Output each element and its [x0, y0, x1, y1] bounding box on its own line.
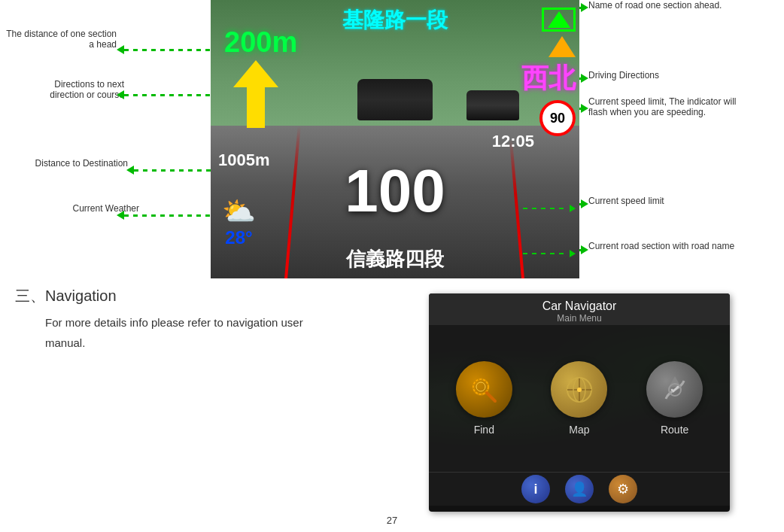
car-ahead-right: [466, 90, 519, 120]
arrow-line-right-3: [579, 104, 588, 113]
arrow-shape: [233, 60, 278, 128]
arrow-head-r4: [581, 199, 588, 208]
nav-menu-route[interactable]: Route: [646, 361, 703, 436]
annotation-right-1: Name of road one section ahead.: [588, 0, 722, 11]
triangle-solid-yellow: [548, 36, 576, 57]
arrow-line-right-4: [579, 199, 588, 208]
annotations-left: The distance of one section a head Direc…: [0, 0, 211, 278]
arrow-head-3: [126, 166, 134, 175]
info-button[interactable]: i: [521, 475, 550, 503]
dotted-right-road: [523, 253, 568, 254]
map-icon-svg: [564, 375, 594, 405]
road-name-bottom: 信義路四段: [346, 246, 444, 272]
car-ahead-center: [357, 79, 433, 120]
weather-temp: 28°: [225, 227, 252, 248]
car-nav-header: Car Navigator Main Menu: [429, 293, 730, 325]
annotations-right: Name of road one section ahead. Driving …: [579, 0, 784, 278]
bottom-road-dots: [523, 250, 576, 257]
dotted-4: [124, 214, 211, 217]
arrow-head-r5: [581, 245, 588, 254]
annotation-label-2: Directions to nextdirection or course: [8, 79, 124, 100]
map-label: Map: [569, 424, 589, 436]
route-icon: [646, 361, 703, 418]
dotted-3: [134, 169, 211, 172]
up-arrow-outline: [542, 8, 576, 32]
distance-200m: 200m: [224, 26, 297, 59]
compass-direction: 西北: [521, 60, 576, 97]
speed-indicator-right: [523, 205, 576, 212]
arrow-line-4: [117, 211, 211, 220]
time-display: 12:05: [492, 132, 534, 151]
annotation-label-3: Distance to Destination: [0, 158, 128, 169]
annotation-right-5: Current road section with road name: [588, 241, 734, 251]
find-icon: [456, 361, 512, 418]
dotted-right-speed: [523, 208, 568, 209]
route-label: Route: [661, 424, 688, 436]
user-icon: 👤: [571, 481, 588, 497]
nav-screenshot-inner: 基隆路一段 200m 西北: [211, 0, 579, 278]
direction-arrow: [233, 60, 278, 128]
page-number: 27: [387, 515, 397, 526]
annotation-right-3: Current speed limit, The indicator willf…: [588, 96, 775, 117]
arrow-line-2: [117, 90, 211, 99]
arrow-right-speed: [570, 205, 576, 212]
settings-button[interactable]: ⚙: [609, 475, 637, 503]
car-nav-title: Car Navigator: [429, 299, 730, 313]
arrow-head-1: [117, 45, 124, 54]
road-name-top: 基隆路一段: [342, 6, 448, 35]
nav-screenshot: 基隆路一段 200m 西北: [211, 0, 579, 278]
arrow-line-right-2: [579, 74, 588, 83]
nav-menu-map[interactable]: Map: [551, 361, 607, 436]
nav-menu-find[interactable]: Find: [456, 361, 512, 436]
speed-limit-circle: 90: [539, 100, 576, 136]
arrow-right-road: [570, 250, 576, 257]
arrow-head-r1: [581, 3, 588, 12]
annotation-right-4: Current speed limit: [588, 196, 664, 206]
arrow-line-right-1: [579, 3, 588, 12]
car-nav-main-menu: Find Map: [429, 325, 730, 472]
big-speed: 100: [345, 157, 445, 226]
arrow-head-2: [117, 90, 124, 99]
car-nav-footer: i 👤 ⚙: [429, 472, 730, 506]
dotted-1: [124, 49, 211, 51]
find-label: Find: [474, 424, 494, 436]
hud-panel: 西北 90: [521, 8, 576, 136]
car-navigator-panel: Car Navigator Main Menu Find: [429, 293, 730, 512]
map-icon: [551, 361, 607, 418]
find-icon-svg: [469, 375, 499, 405]
arrow-line-1: [117, 45, 211, 54]
route-icon-svg: [660, 375, 690, 405]
arrow-line-right-5: [579, 245, 588, 254]
distance-1005m: 1005m: [218, 150, 270, 170]
weather-area: ⛅ 28°: [222, 196, 256, 248]
gear-icon: ⚙: [617, 481, 629, 497]
svg-point-3: [476, 382, 485, 391]
car-nav-subtitle: Main Menu: [429, 313, 730, 324]
triangle-up-outline: [548, 11, 570, 28]
annotation-right-2: Driving Directions: [588, 70, 659, 81]
arrow-head-r3: [581, 104, 588, 113]
arrow-head-r2: [581, 74, 588, 83]
user-button[interactable]: 👤: [565, 475, 594, 503]
svg-point-8: [577, 388, 582, 392]
arrow-head-4: [117, 211, 124, 220]
annotation-label-1: The distance of one section a head: [0, 29, 117, 50]
dotted-2: [124, 94, 211, 96]
info-icon: i: [533, 482, 537, 497]
arrow-line-3: [126, 166, 211, 175]
weather-icon: ⛅: [222, 196, 256, 227]
page-container: The distance of one section a head Direc…: [0, 0, 784, 532]
svg-line-2: [487, 393, 495, 401]
